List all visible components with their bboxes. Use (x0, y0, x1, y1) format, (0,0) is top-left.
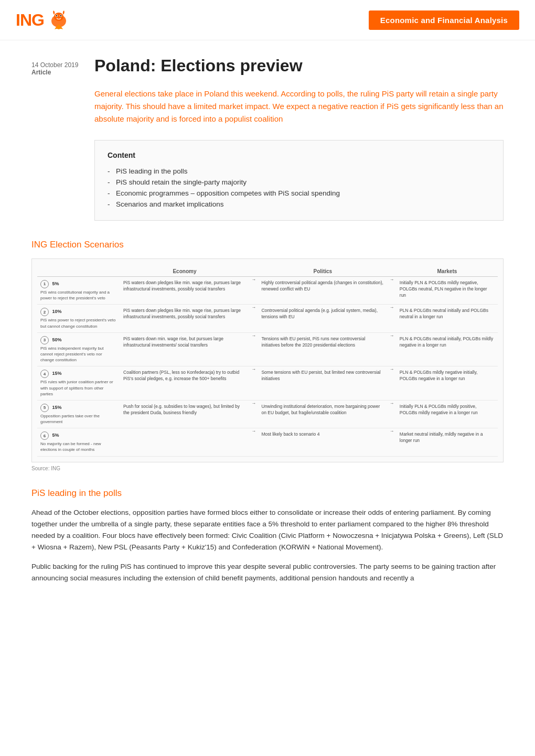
arrow-icon: → (387, 277, 397, 305)
arrow-icon: → (387, 400, 397, 428)
scenarios-heading: ING Election Scenarios (31, 240, 504, 250)
politics-cell: Most likely back to scenario 4 (258, 428, 387, 456)
table-row: 3 50% PiS wins independent majority but … (37, 332, 498, 366)
article-subtitle: General elections take place in Poland t… (94, 88, 504, 125)
scenario-cell: 2 10% PiS wins power to reject president… (37, 305, 120, 332)
pis-heading: PiS leading in the polls (31, 488, 504, 499)
markets-cell: Market neutral initially, mildly negativ… (397, 428, 498, 456)
table-row: 2 10% PiS wins power to reject president… (37, 305, 498, 332)
scenarios-source: Source: ING (31, 466, 504, 471)
scenario-number: 3 (40, 336, 49, 344)
arrow-icon: → (387, 428, 397, 456)
scenario-label: PiS rules with junior coalition partner … (40, 379, 117, 397)
politics-cell: Highly controversial political agenda (c… (258, 277, 387, 305)
svg-point-5 (60, 15, 61, 16)
content-box: Content PiS leading in the polls PiS sho… (94, 140, 504, 221)
svg-point-4 (56, 15, 57, 16)
markets-cell: PLN & POLGBs neutral initially, POLGBs m… (397, 332, 498, 366)
list-item: PiS should retain the single-party major… (108, 177, 490, 188)
scenarios-section: ING Election Scenarios Economy Politics … (31, 240, 504, 471)
page-header: ING Economic and Financial Analysis (0, 0, 535, 40)
economy-cell: Coalition partners (PSL, less so Konfede… (120, 366, 249, 401)
scenario-number: 2 (40, 308, 49, 316)
scenario-label: PiS wins power to reject president's vet… (40, 317, 117, 329)
politics-cell: Tensions with EU persist, PiS runs new c… (258, 332, 387, 366)
markets-cell: PLN & POLGBs neutral initially and POLGB… (397, 305, 498, 332)
scenario-pct: 10% (52, 309, 61, 315)
pis-section: PiS leading in the polls Ahead of the Oc… (31, 488, 504, 585)
arrow-icon: → (249, 366, 259, 401)
svg-point-1 (54, 13, 63, 21)
article-date: 14 October 2019 (31, 61, 94, 69)
subtitle-section: General elections take place in Poland t… (31, 88, 504, 125)
scenario-number: 6 (40, 431, 49, 440)
col-header-economy: Economy (120, 266, 249, 277)
scenario-cell: 5 15% Opposition parties take over the g… (37, 400, 120, 428)
markets-cell: Initially PLN & POLGBs mildly negative, … (397, 277, 498, 305)
economy-cell (120, 428, 249, 456)
scenario-cell: 3 50% PiS wins independent majority but … (37, 332, 120, 366)
logo-ing-text: ING (16, 10, 44, 30)
scenario-number: 5 (40, 404, 49, 412)
scenario-label: Opposition parties take over the governm… (40, 413, 117, 425)
politics-cell: Some tensions with EU persist, but limit… (258, 366, 387, 401)
logo-lion-icon (46, 9, 71, 30)
economy-cell: PiS waters down min. wage rise, but purs… (120, 332, 249, 366)
col-header-politics: Politics (258, 266, 387, 277)
pis-para1: Ahead of the October elections, oppositi… (31, 507, 504, 554)
scenario-number: 1 (40, 280, 49, 288)
arrow-icon: → (249, 332, 259, 366)
politics-cell: Controversial political agenda (e.g. jud… (258, 305, 387, 332)
arrow-icon: → (249, 428, 259, 456)
scenario-label: No majority can be formed - new election… (40, 441, 117, 452)
scenario-label: PiS wins independent majority but cannot… (40, 345, 117, 363)
table-row: 5 15% Opposition parties take over the g… (37, 400, 498, 428)
politics-cell: Unwinding institutional deterioration, m… (258, 400, 387, 428)
scenario-pct: 50% (52, 337, 61, 342)
col-header-markets: Markets (397, 266, 498, 277)
arrow-icon: → (387, 305, 397, 332)
list-item: Economic programmes – opposition compete… (108, 188, 490, 199)
arrow-icon: → (249, 305, 259, 332)
arrow-icon: → (249, 400, 259, 428)
scenario-pct: 15% (52, 371, 61, 376)
title-section: 14 October 2019 Article Poland: Election… (31, 56, 504, 76)
markets-cell: Initially PLN & POLGBs mildly positive, … (397, 400, 498, 428)
header-badge: Economic and Financial Analysis (369, 10, 519, 30)
main-content: 14 October 2019 Article Poland: Election… (0, 40, 535, 607)
content-list: PiS leading in the polls PiS should reta… (108, 166, 490, 210)
scenario-cell: 1 5% PiS wins constitutional majority an… (37, 277, 120, 305)
arrow-icon: → (387, 366, 397, 401)
table-row: 4 15% PiS rules with junior coalition pa… (37, 366, 498, 401)
scenario-cell: 6 5% No majority can be formed - new ele… (37, 428, 120, 456)
scenarios-table: Economy Politics Markets 1 5% PiS wins c… (37, 266, 498, 457)
economy-cell: PiS waters down pledges like min. wage r… (120, 305, 249, 332)
arrow-icon: → (387, 332, 397, 366)
pis-para2: Public backing for the ruling PiS has co… (31, 561, 504, 585)
scenario-pct: 5% (52, 433, 59, 438)
list-item: PiS leading in the polls (108, 166, 490, 177)
scenario-pct: 15% (52, 405, 61, 410)
arrow-icon: → (249, 277, 259, 305)
col-header-scenario (37, 266, 120, 277)
scenario-cell: 4 15% PiS rules with junior coalition pa… (37, 366, 120, 401)
list-item: Scenarios and market implications (108, 199, 490, 210)
scenario-number: 4 (40, 370, 49, 378)
article-type: Article (31, 69, 94, 76)
scenarios-chart: Economy Politics Markets 1 5% PiS wins c… (31, 258, 504, 462)
table-row: 6 5% No majority can be formed - new ele… (37, 428, 498, 456)
economy-cell: Push for social (e.g. subsidies to low w… (120, 400, 249, 428)
economy-cell: PiS waters down pledges like min. wage r… (120, 277, 249, 305)
scenario-label: PiS wins constitutional majority and a p… (40, 289, 117, 301)
content-box-title: Content (108, 151, 490, 159)
logo-container: ING (16, 9, 71, 30)
article-title: Poland: Elections preview (94, 56, 504, 75)
markets-cell: PLN & POLGBs mildly negative initially, … (397, 366, 498, 401)
article-meta: 14 October 2019 Article (31, 56, 94, 76)
table-row: 1 5% PiS wins constitutional majority an… (37, 277, 498, 305)
scenario-pct: 5% (52, 281, 59, 286)
